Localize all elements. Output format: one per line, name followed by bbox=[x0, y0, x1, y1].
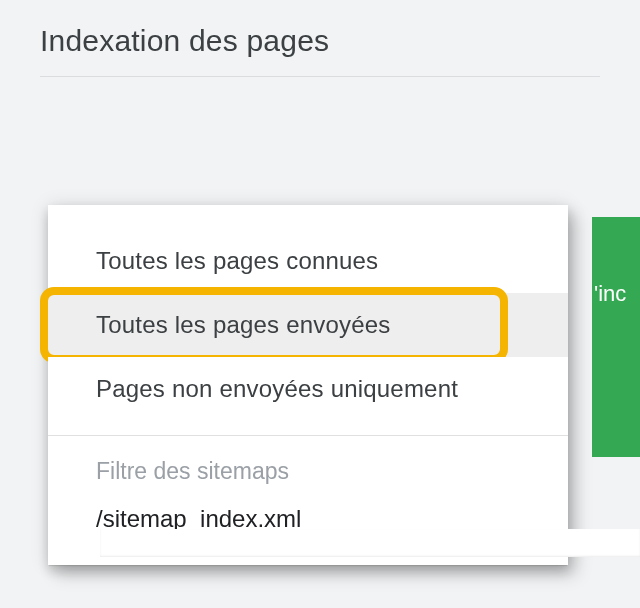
content-area: 'inc Toutes les pages connues Toutes les… bbox=[0, 77, 640, 557]
dropdown-item-label: Pages non envoyées uniquement bbox=[96, 375, 458, 402]
dropdown-item-all-known[interactable]: Toutes les pages connues bbox=[48, 229, 568, 293]
indexed-tab[interactable]: 'inc bbox=[592, 217, 640, 457]
dropdown-item-label: Toutes les pages envoyées bbox=[96, 311, 391, 338]
filter-dropdown: Toutes les pages connues Toutes les page… bbox=[48, 205, 568, 565]
dropdown-item-label: Toutes les pages connues bbox=[96, 247, 378, 274]
dropdown-separator bbox=[48, 435, 568, 436]
dropdown-item-all-submitted[interactable]: Toutes les pages envoyées bbox=[48, 293, 568, 357]
indexed-tab-label: 'inc bbox=[594, 281, 626, 307]
dropdown-item-not-submitted[interactable]: Pages non envoyées uniquement bbox=[48, 357, 568, 421]
sitemap-filter-label: Filtre des sitemaps bbox=[48, 440, 568, 491]
card-edge bbox=[100, 529, 640, 557]
sitemap-path: /sitemap_index.xml bbox=[96, 505, 301, 532]
page-title: Indexation des pages bbox=[40, 24, 600, 58]
page-header: Indexation des pages bbox=[0, 0, 640, 76]
